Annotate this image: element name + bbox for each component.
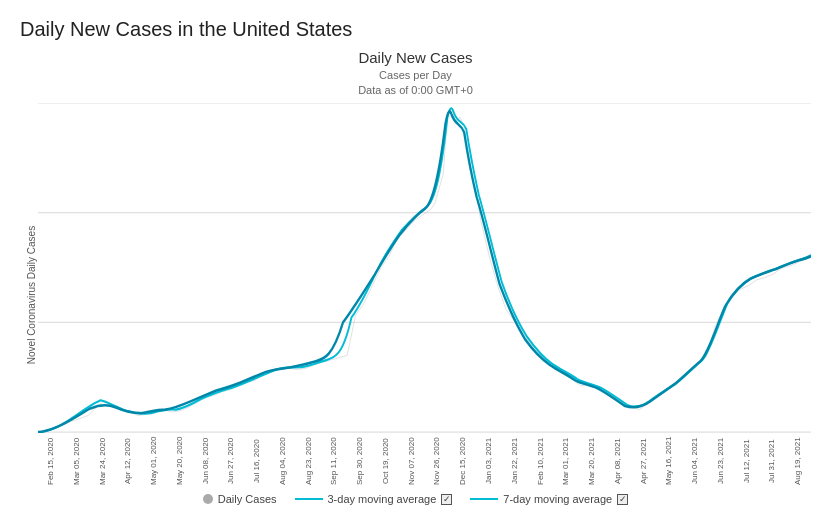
x-axis-label: Aug 04, 2020 (270, 435, 296, 487)
x-axis-label: May 20, 2020 (167, 435, 193, 487)
x-axis-label: Feb 15, 2020 (38, 435, 64, 487)
x-axis-label: Apr 08, 2021 (605, 435, 631, 487)
chart-wrapper: Novel Coronavirus Daily Cases 300k 200k … (20, 103, 811, 487)
legend-item-7day: 7-day moving average ✓ (470, 493, 628, 505)
daily-cases-icon (203, 494, 213, 504)
x-axis-labels: Feb 15, 2020Mar 05, 2020Mar 24, 2020Apr … (38, 433, 811, 487)
x-axis-label: Jul 31, 2021 (759, 435, 785, 487)
3day-checkbox[interactable]: ✓ (441, 494, 452, 505)
page-title: Daily New Cases in the United States (20, 18, 811, 41)
legend-item-daily: Daily Cases (203, 493, 277, 505)
x-axis-label: Mar 20, 2021 (579, 435, 605, 487)
x-axis-label: Oct 19, 2020 (373, 435, 399, 487)
legend: Daily Cases 3-day moving average ✓ 7-day… (203, 487, 628, 507)
x-axis-label: May 16, 2021 (656, 435, 682, 487)
chart-title: Daily New Cases (358, 49, 472, 66)
x-axis-label: Feb 10, 2021 (528, 435, 554, 487)
x-axis-label: Apr 12, 2020 (115, 435, 141, 487)
x-axis-label: Nov 26, 2020 (424, 435, 450, 487)
7day-line-icon (470, 498, 498, 500)
x-axis-label: Apr 27, 2021 (631, 435, 657, 487)
x-axis-label: Mar 01, 2021 (553, 435, 579, 487)
x-axis-label: Jun 08, 2020 (193, 435, 219, 487)
7day-checkbox[interactable]: ✓ (617, 494, 628, 505)
legend-3day-label: 3-day moving average (328, 493, 437, 505)
page-container: Daily New Cases in the United States Dai… (0, 0, 831, 517)
x-axis-label: Aug 19, 2021 (785, 435, 811, 487)
x-axis-label: Nov 07, 2020 (399, 435, 425, 487)
x-axis-label: Jun 23, 2021 (708, 435, 734, 487)
chart-svg: 300k 200k 100k 0 (38, 103, 811, 433)
x-axis-label: Jul 12, 2021 (734, 435, 760, 487)
x-axis-label: Jun 04, 2021 (682, 435, 708, 487)
chart-area: Daily New Cases Cases per Day Data as of… (20, 49, 811, 507)
x-axis-label: Sep 30, 2020 (347, 435, 373, 487)
x-axis-label: Sep 11, 2020 (321, 435, 347, 487)
x-axis-label: Jun 27, 2020 (218, 435, 244, 487)
x-axis-label: Mar 05, 2020 (64, 435, 90, 487)
legend-daily-label: Daily Cases (218, 493, 277, 505)
chart-inner: 300k 200k 100k 0 Feb 15, 2020Mar 05, 202 (38, 103, 811, 487)
y-axis-label: Novel Coronavirus Daily Cases (20, 103, 38, 487)
x-axis-label: May 01, 2020 (141, 435, 167, 487)
x-axis-label: Jan 22, 2021 (502, 435, 528, 487)
chart-subtitle: Cases per Day Data as of 0:00 GMT+0 (358, 68, 473, 99)
x-axis-label: Jan 03, 2021 (476, 435, 502, 487)
3day-line-icon (295, 498, 323, 500)
x-axis-label: Dec 15, 2020 (450, 435, 476, 487)
x-axis-label: Mar 24, 2020 (90, 435, 116, 487)
chart-plot: 300k 200k 100k 0 (38, 103, 811, 433)
x-axis-label: Jul 16, 2020 (244, 435, 270, 487)
legend-item-3day: 3-day moving average ✓ (295, 493, 453, 505)
legend-7day-label: 7-day moving average (503, 493, 612, 505)
x-axis-label: Aug 23, 2020 (296, 435, 322, 487)
